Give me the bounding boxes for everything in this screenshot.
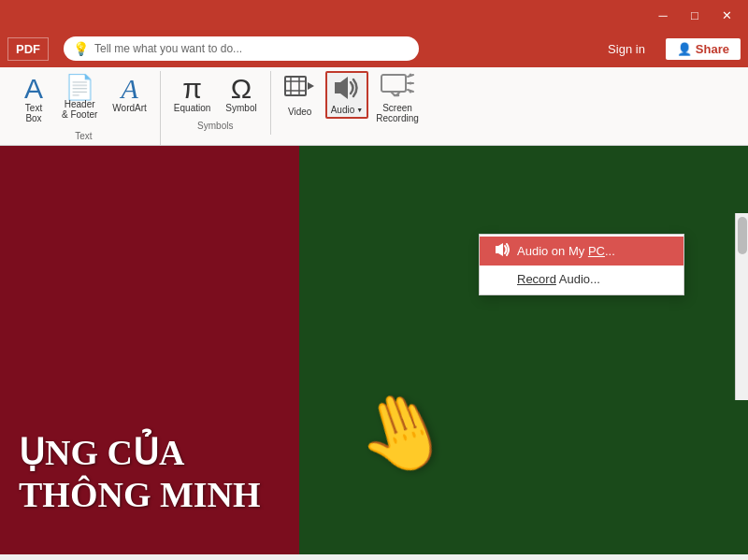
ribbon-text-items: A TextBox 📄 Header& Footer A WordArt: [15, 71, 152, 127]
ribbon-video-button[interactable]: Video: [279, 71, 322, 121]
svg-marker-17: [496, 243, 503, 256]
close-button[interactable]: ✕: [712, 6, 741, 24]
audio-dropdown-arrow: ▼: [356, 107, 363, 113]
pdf-button[interactable]: PDF: [7, 37, 49, 61]
sign-in-button[interactable]: Sign in: [598, 38, 654, 60]
ribbon-header-footer-button[interactable]: 📄 Header& Footer: [56, 71, 103, 123]
share-icon: 👤: [677, 42, 692, 56]
audio-icon: [331, 75, 363, 105]
ribbon-area: A TextBox 📄 Header& Footer A WordArt Tex…: [0, 67, 748, 146]
svg-rect-0: [285, 77, 306, 95]
title-bar: ─ □ ✕: [0, 0, 748, 30]
ribbon-equation-button[interactable]: π Equation: [168, 71, 216, 117]
search-placeholder: Tell me what you want to do...: [94, 42, 242, 55]
svg-marker-5: [308, 82, 314, 90]
audio-on-pc-menu-item[interactable]: Audio on My PC...: [480, 237, 683, 266]
svg-marker-6: [335, 77, 348, 99]
audio-label-row: Audio ▼: [331, 105, 364, 115]
svg-point-14: [410, 74, 412, 77]
record-audio-label: Record Audio...: [517, 272, 600, 286]
share-label: Share: [696, 42, 729, 56]
slide-text-line1: ỤNG CỦA: [19, 432, 261, 475]
wordart-icon: A: [121, 75, 137, 103]
text-group-label: Text: [75, 131, 92, 141]
ribbon-media-items: Video Audio ▼: [279, 71, 423, 125]
record-underline: Record: [517, 272, 556, 286]
slide-panel: 🤚 ỤNG CỦA THÔNG MINH: [0, 146, 748, 554]
symbol-label: Symbol: [225, 103, 256, 113]
ribbon-textbox-button[interactable]: A TextBox: [15, 71, 52, 127]
equation-label: Equation: [174, 103, 210, 113]
wordart-label: WordArt: [112, 103, 147, 113]
video-label: Video: [288, 107, 311, 117]
audio-label: Audio: [331, 105, 355, 115]
audio-dropdown-menu: Audio on My PC... Record Audio...: [479, 234, 684, 295]
menu-right-actions: Sign in 👤 Share: [598, 38, 741, 60]
ribbon-wordart-button[interactable]: A WordArt: [107, 71, 152, 117]
audio-on-pc-label: Audio on My PC...: [517, 244, 615, 258]
textbox-label: TextBox: [25, 103, 42, 123]
ribbon-group-symbols: π Equation Ω Symbol Symbols: [161, 71, 271, 135]
slide-text: ỤNG CỦA THÔNG MINH: [0, 423, 280, 526]
ribbon: A TextBox 📄 Header& Footer A WordArt Tex…: [0, 67, 748, 146]
search-bar[interactable]: 💡 Tell me what you want to do...: [64, 36, 419, 61]
symbol-icon: Ω: [231, 75, 252, 103]
video-icon: [284, 75, 316, 107]
symbols-group-label: Symbols: [197, 121, 233, 131]
share-button[interactable]: 👤 Share: [666, 38, 741, 60]
ribbon-audio-button[interactable]: Audio ▼: [325, 71, 369, 119]
textbox-icon: A: [24, 75, 43, 103]
audio-on-pc-icon: [495, 243, 510, 259]
slide-text-line2: THÔNG MINH: [19, 474, 261, 517]
equation-icon: π: [182, 75, 202, 103]
hand-cursor-icon: 🤚: [343, 376, 461, 491]
menu-bar: PDF 💡 Tell me what you want to do... Sig…: [0, 30, 748, 67]
scrollbar-thumb[interactable]: [738, 217, 747, 254]
svg-point-15: [410, 82, 412, 85]
screen-recording-icon: [380, 73, 415, 103]
ribbon-symbols-items: π Equation Ω Symbol: [168, 71, 263, 117]
pc-underline: PC: [588, 244, 605, 258]
maximize-button[interactable]: □: [681, 6, 709, 24]
ribbon-group-text: A TextBox 📄 Header& Footer A WordArt Tex…: [7, 71, 161, 145]
svg-point-16: [410, 91, 412, 93]
scrollbar[interactable]: [735, 213, 748, 400]
minimize-button[interactable]: ─: [649, 6, 677, 24]
lightbulb-icon: 💡: [73, 41, 89, 56]
header-footer-label: Header& Footer: [62, 99, 97, 120]
ribbon-screen-recording-button[interactable]: ScreenRecording: [372, 71, 423, 125]
content-area: 🤚 ỤNG CỦA THÔNG MINH: [0, 146, 748, 554]
header-footer-icon: 📄: [65, 75, 94, 99]
screen-recording-label: ScreenRecording: [376, 103, 419, 123]
ribbon-group-media: Video Audio ▼: [271, 71, 430, 131]
svg-rect-7: [381, 75, 406, 92]
record-audio-menu-item[interactable]: Record Audio...: [480, 266, 683, 293]
ribbon-symbol-button[interactable]: Ω Symbol: [220, 71, 262, 117]
